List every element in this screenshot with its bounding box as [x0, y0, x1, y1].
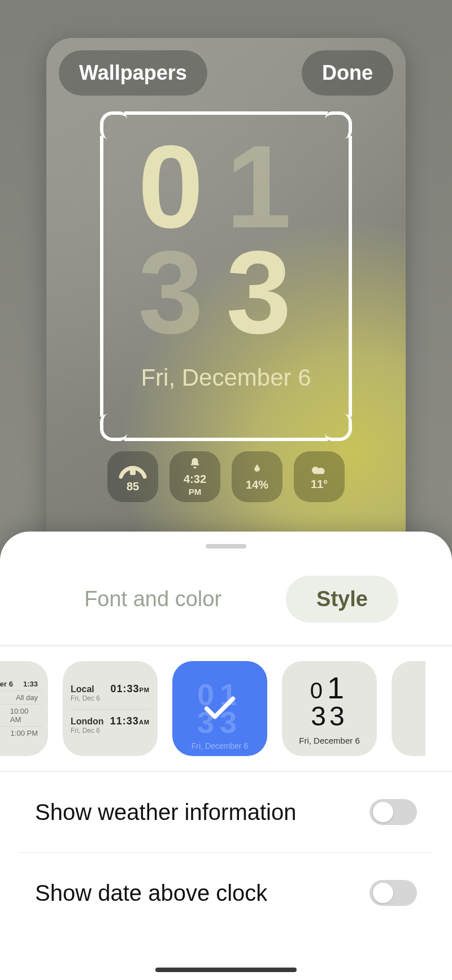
tab-bar: Font and color Style [0, 549, 452, 645]
setting-label: Show weather information [35, 800, 296, 825]
done-button[interactable]: Done [302, 50, 393, 96]
battery-widget[interactable]: 85 [107, 451, 158, 502]
style-option-agenda[interactable]: ember 6 1:33 dayAll day with Sue10:00 AM… [0, 661, 48, 756]
alarm-meridiem: PM [189, 487, 202, 497]
battery-gauge-icon [118, 461, 148, 479]
alarm-time: 4:32 [184, 473, 206, 486]
clock-hour: 01 [102, 134, 350, 240]
bell-icon [189, 457, 201, 472]
thin-caption: Fri, December 6 [299, 736, 360, 745]
home-indicator[interactable] [155, 968, 297, 972]
style-carousel[interactable]: ember 6 1:33 dayAll day with Sue10:00 AM… [0, 646, 452, 771]
setting-show-weather: Show weather information [18, 772, 434, 852]
done-label: Done [322, 61, 373, 85]
widget-row: 85 4:32 PM 14% 11° [46, 451, 406, 502]
wallpapers-button[interactable]: Wallpapers [59, 50, 207, 96]
style-sheet: Font and color Style ember 6 1:33 dayAll… [0, 532, 452, 980]
weather-value: 11° [311, 478, 328, 491]
battery-value: 85 [127, 480, 139, 493]
tab-style[interactable]: Style [286, 576, 398, 623]
weather-toggle[interactable] [370, 799, 417, 825]
agenda-time: 1:33 [23, 680, 38, 688]
humidity-widget[interactable]: 14% [232, 451, 282, 502]
style-option-next[interactable] [392, 661, 425, 756]
wc-date: Fri, Dec 6 [71, 727, 104, 735]
setting-label: Show date above clock [35, 880, 267, 906]
clock-date: Fri, December 6 [102, 367, 350, 388]
date-above-toggle[interactable] [370, 880, 417, 906]
style-option-selected[interactable]: 01 33 Fri, December 6 [172, 661, 267, 756]
clock-preview: 01 33 Fri, December 6 [102, 134, 350, 388]
style-option-worldclock[interactable]: Local Fri, Dec 6 01:33PM London Fri, Dec… [63, 661, 158, 756]
clock-minute: 33 [102, 240, 350, 346]
tab-font-and-color[interactable]: Font and color [54, 576, 252, 623]
alarm-widget[interactable]: 4:32 PM [169, 451, 220, 502]
agenda-date: ember 6 [0, 680, 13, 688]
wc-city: London [71, 716, 104, 727]
svg-rect-0 [130, 466, 136, 475]
humidity-value: 14% [246, 478, 268, 491]
wallpapers-label: Wallpapers [79, 61, 187, 85]
sheet-drag-handle[interactable] [206, 544, 246, 549]
style-option-thin[interactable]: 01 33 Fri, December 6 [282, 661, 377, 756]
weather-widget[interactable]: 11° [294, 451, 345, 502]
selected-caption: Fri, December 6 [172, 741, 267, 750]
cloud-icon [312, 463, 327, 477]
wc-date: Fri, Dec 6 [71, 694, 100, 702]
wc-city: Local [71, 684, 100, 694]
droplet-icon [251, 463, 263, 477]
setting-show-date-above: Show date above clock [18, 852, 434, 933]
